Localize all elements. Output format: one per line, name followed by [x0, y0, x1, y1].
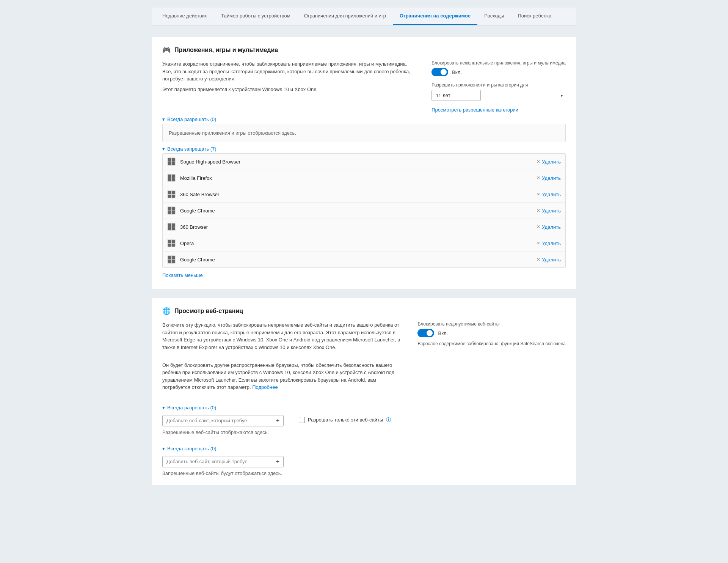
web-add-blocked-input[interactable]: [166, 459, 273, 464]
tab-content-limits[interactable]: Ограничения на содержимое: [393, 8, 477, 25]
app-remove-sogue[interactable]: ✕ Удалить: [537, 159, 561, 165]
app-remove-firefox[interactable]: ✕ Удалить: [537, 175, 561, 181]
web-add-allowed-input[interactable]: [166, 418, 273, 423]
web-toggle-container: Вкл.: [417, 329, 566, 337]
web-toggle-row: Блокировать недопустимые веб-сайты Вкл. …: [417, 321, 566, 346]
app-name-chrome1: Google Chrome: [180, 208, 537, 214]
web-block-input-area: + Запрещенные веб-сайты будут отображать…: [162, 456, 566, 476]
app-remove-label: Удалить: [542, 257, 561, 263]
apps-always-allow-content: Разрешенные приложения и игры отображают…: [162, 124, 566, 142]
table-row: Opera ✕ Удалить: [163, 235, 565, 252]
apps-always-allow-label: Всегда разрешать (0): [167, 116, 216, 122]
web-always-allow: Всегда разрешать (0) + Разрешенные веб-с…: [162, 401, 566, 435]
web-always-block-header[interactable]: Всегда запрещать (0): [162, 442, 566, 453]
app-name-chrome2: Google Chrome: [180, 257, 537, 263]
tab-timer[interactable]: Таймер работы с устройством: [214, 8, 297, 25]
app-remove-chrome1[interactable]: ✕ Удалить: [537, 208, 561, 214]
apps-toggle-text: Вкл.: [452, 69, 462, 75]
view-categories-link[interactable]: Просмотреть разрешенные категории: [431, 107, 566, 113]
web-always-allow-label: Всегда разрешать (0): [167, 405, 216, 410]
apps-section-controls: Блокировать нежелательные приложения, иг…: [431, 60, 566, 113]
dropdown-arrow-icon: [561, 93, 563, 98]
app-remove-label: Удалить: [542, 208, 561, 214]
apps-always-block-header[interactable]: Всегда запрещать (7): [162, 142, 566, 153]
web-always-block: Всегда запрещать (0) + Запрещенные веб-с…: [162, 442, 566, 476]
remove-x-icon: ✕: [537, 241, 540, 246]
web-desc-2: Он будет блокировать другие распростране…: [162, 362, 402, 391]
remove-x-icon: ✕: [537, 224, 540, 230]
always-allow-chevron-icon: [162, 116, 165, 122]
app-icon-chrome1: [167, 206, 176, 215]
app-remove-chrome2[interactable]: ✕ Удалить: [537, 257, 561, 263]
web-always-allow-chevron-icon: [162, 405, 165, 410]
app-remove-opera[interactable]: ✕ Удалить: [537, 241, 561, 246]
web-section-controls: Блокировать недопустимые веб-сайты Вкл. …: [417, 321, 566, 394]
web-blocked-empty-text: Запрещенные веб-сайты будут отображаться…: [162, 470, 566, 476]
apps-section-desc: Укажите возрастное ограничение, чтобы за…: [162, 60, 416, 113]
web-always-allow-header[interactable]: Всегда разрешать (0): [162, 401, 566, 412]
web-more-link[interactable]: Подробнее: [252, 384, 278, 390]
web-allow-input-area: + Разрешенные веб-сайты отображаются зде…: [162, 415, 566, 435]
table-row: 360 Safe Browser ✕ Удалить: [163, 186, 565, 203]
app-remove-label: Удалить: [542, 224, 561, 230]
show-less-link[interactable]: Показать меньше: [162, 268, 203, 280]
web-toggle-knob: [427, 330, 433, 336]
tab-spending[interactable]: Расходы: [477, 8, 511, 25]
apps-toggle-row: Блокировать нежелательные приложения, иг…: [431, 60, 566, 76]
table-row: 360 Browser ✕ Удалить: [163, 219, 565, 235]
table-row: Google Chrome ✕ Удалить: [163, 252, 565, 267]
app-remove-360safe[interactable]: ✕ Удалить: [537, 192, 561, 197]
web-toggle-text: Вкл.: [438, 330, 448, 336]
app-name-opera: Opera: [180, 241, 537, 246]
safe-search-note: Взрослое содержимое заблокировано, функц…: [417, 341, 566, 346]
only-these-sites-checkbox[interactable]: [299, 417, 305, 423]
add-blocked-btn[interactable]: +: [276, 459, 279, 465]
web-allowed-empty-text: Разрешенные веб-сайты отображаются здесь…: [162, 429, 284, 435]
web-allow-right: Разрешать только эти веб-сайты ⓘ: [299, 415, 391, 423]
apps-age-dropdown[interactable]: 11 лет: [431, 90, 481, 101]
tab-app-limits[interactable]: Ограничения для приложений и игр: [297, 8, 393, 25]
web-section-header: 🌐 Просмотр веб-страниц: [162, 307, 566, 315]
add-allowed-btn[interactable]: +: [276, 418, 279, 424]
apps-toggle-container: Вкл.: [431, 68, 566, 76]
app-icon-opera: [167, 239, 176, 247]
apps-desc-1: Укажите возрастное ограничение, чтобы за…: [162, 60, 416, 83]
table-row: Sogue High-speed Browser ✕ Удалить: [163, 154, 565, 170]
web-add-blocked-input-row: +: [162, 456, 284, 467]
web-section-body: Включите эту функцию, чтобы заблокироват…: [162, 321, 566, 394]
apps-toggle-label: Блокировать нежелательные приложения, иг…: [431, 60, 566, 66]
apps-always-allow-empty: Разрешенные приложения и игры отображают…: [169, 130, 296, 136]
app-remove-label: Удалить: [542, 241, 561, 246]
apps-always-allow: Всегда разрешать (0) Разрешенные приложе…: [162, 113, 566, 142]
only-these-sites-row: Разрешать только эти веб-сайты ⓘ: [299, 417, 391, 423]
only-these-sites-help-icon[interactable]: ⓘ: [386, 417, 391, 423]
app-icon-sogue: [167, 157, 176, 166]
web-bottom-row: + Разрешенные веб-сайты отображаются зде…: [162, 415, 566, 435]
web-allow-left: + Разрешенные веб-сайты отображаются зде…: [162, 415, 284, 435]
app-name-360safe: 360 Safe Browser: [180, 192, 537, 197]
tab-recent[interactable]: Недавние действия: [155, 8, 214, 25]
apps-always-allow-header[interactable]: Всегда разрешать (0): [162, 113, 566, 124]
apps-section-header: 🎮 Приложения, игры и мультимедиа: [162, 46, 566, 54]
apps-always-block-label: Всегда запрещать (7): [167, 146, 217, 152]
app-icon-360safe: [167, 190, 176, 198]
web-always-block-label: Всегда запрещать (0): [167, 446, 217, 451]
web-section-desc: Включите эту функцию, чтобы заблокироват…: [162, 321, 402, 394]
apps-toggle[interactable]: [431, 68, 448, 76]
web-section-icon: 🌐: [162, 307, 171, 315]
tab-find-child[interactable]: Поиск ребенка: [511, 8, 558, 25]
app-name-360: 360 Browser: [180, 224, 537, 230]
always-block-chevron-icon: [162, 146, 165, 152]
only-these-sites-label: Разрешать только эти веб-сайты: [308, 417, 383, 423]
web-toggle[interactable]: [417, 329, 434, 337]
apps-always-block: Всегда запрещать (7) Sogue High-speed Br…: [162, 142, 566, 280]
apps-section-title: Приложения, игры и мультимедиа: [174, 47, 278, 53]
remove-x-icon: ✕: [537, 159, 540, 164]
nav-tabs: Недавние действия Таймер работы с устрой…: [152, 8, 576, 25]
apps-desc-2: Этот параметр применяется к устройствам …: [162, 86, 416, 93]
app-remove-360[interactable]: ✕ Удалить: [537, 224, 561, 230]
remove-x-icon: ✕: [537, 175, 540, 181]
app-icon-chrome2: [167, 255, 176, 264]
apps-toggle-knob: [441, 69, 447, 75]
apps-dropdown-row: Разрешить приложения и игры категории дл…: [431, 82, 566, 101]
